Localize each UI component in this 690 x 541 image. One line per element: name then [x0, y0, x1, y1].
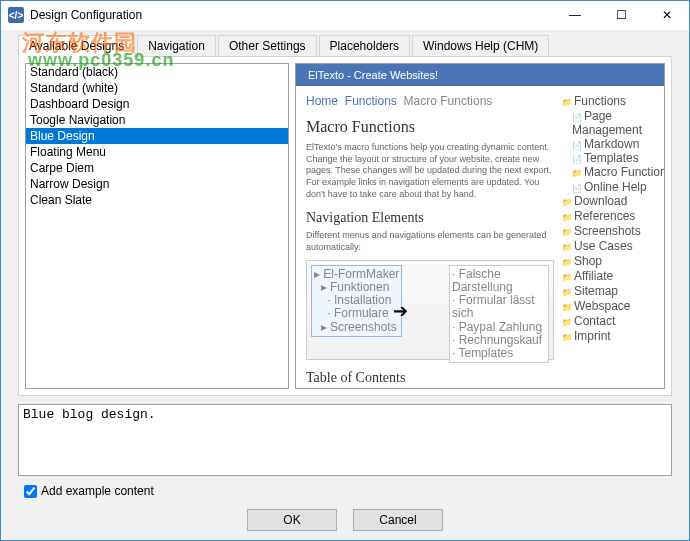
preview-tree-node: Shop: [562, 254, 654, 268]
preview-tree-node: References: [562, 209, 654, 223]
preview-paragraph: Different menus and navigations elements…: [306, 230, 554, 253]
designs-list[interactable]: Standard (black)Standard (white)Dashboar…: [25, 63, 289, 389]
tab-other-settings[interactable]: Other Settings: [218, 35, 317, 57]
list-item[interactable]: Standard (white): [26, 80, 288, 96]
arrow-icon: ➔: [393, 300, 408, 322]
preview-banner: ElTexto - Create Websites!: [296, 64, 664, 86]
designs-pane: Standard (black)Standard (white)Dashboar…: [18, 56, 672, 396]
tab-bar: Available DesignsNavigationOther Setting…: [0, 34, 690, 56]
tab-windows-help-chm-[interactable]: Windows Help (CHM): [412, 35, 549, 57]
tab-navigation[interactable]: Navigation: [137, 35, 216, 57]
cancel-button[interactable]: Cancel: [353, 509, 443, 531]
tab-available-designs[interactable]: Available Designs: [18, 35, 135, 57]
preview-tree-node: Screenshots: [562, 224, 654, 238]
list-item[interactable]: Dashboard Design: [26, 96, 288, 112]
preview-tree-node: Webspace: [562, 299, 654, 313]
add-example-content-checkbox[interactable]: [24, 485, 37, 498]
list-item[interactable]: Clean Slate: [26, 192, 288, 208]
preview-subheading: Table of Contents: [306, 370, 554, 386]
minimize-button[interactable]: —: [552, 0, 598, 30]
add-example-content-label[interactable]: Add example content: [41, 484, 154, 498]
close-button[interactable]: ✕: [644, 0, 690, 30]
preview-tree-node: Markdown: [562, 137, 654, 151]
preview-paragraph: ElTexto's macro functions help you creat…: [306, 142, 554, 200]
preview-sidebar: FunctionsPage ManagementMarkdownTemplate…: [562, 94, 654, 389]
list-item[interactable]: Carpe Diem: [26, 160, 288, 176]
preview-tree-node: Online Help: [562, 180, 654, 194]
dialog-buttons: OK Cancel: [0, 509, 690, 531]
preview-tree-node: Contact: [562, 314, 654, 328]
preview-breadcrumb: Home Functions Macro Functions: [306, 94, 554, 108]
list-item[interactable]: Toogle Navigation: [26, 112, 288, 128]
preview-tree-node: Macro Functions: [562, 165, 654, 179]
preview-tree-node: Page Management: [562, 109, 654, 137]
preview-tree-node: Imprint: [562, 329, 654, 343]
preview-subheading: Navigation Elements: [306, 210, 554, 226]
window-title: Design Configuration: [30, 8, 142, 22]
preview-tree-node: Use Cases: [562, 239, 654, 253]
preview-tree-node: Sitemap: [562, 284, 654, 298]
list-item[interactable]: Narrow Design: [26, 176, 288, 192]
titlebar: </> Design Configuration — ☐ ✕: [0, 0, 690, 30]
list-item[interactable]: Floating Menu: [26, 144, 288, 160]
preview-tree-node: Templates: [562, 151, 654, 165]
app-icon: </>: [8, 7, 24, 23]
list-item[interactable]: Blue Design: [26, 128, 288, 144]
ok-button[interactable]: OK: [247, 509, 337, 531]
description-textarea[interactable]: [18, 404, 672, 476]
preview-tree-node: Functions: [562, 94, 654, 108]
preview-heading: Macro Functions: [306, 118, 554, 136]
design-preview: ElTexto - Create Websites! Home Function…: [295, 63, 665, 389]
maximize-button[interactable]: ☐: [598, 0, 644, 30]
preview-tree-node: Download: [562, 194, 654, 208]
preview-screenshot-thumb: ▸ El-FormMaker ▸ Funktionen · Installati…: [306, 260, 554, 360]
preview-tree-node: Affiliate: [562, 269, 654, 283]
tab-placeholders[interactable]: Placeholders: [319, 35, 410, 57]
list-item[interactable]: Standard (black): [26, 64, 288, 80]
